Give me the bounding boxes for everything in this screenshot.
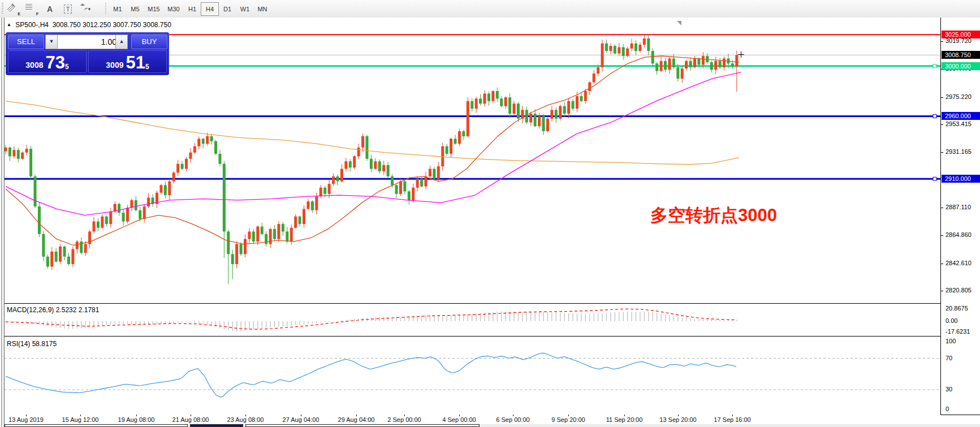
candle-body bbox=[164, 185, 167, 195]
candle-body bbox=[357, 148, 360, 157]
arrows-dropdown-icon[interactable]: ▼ bbox=[79, 2, 100, 16]
timeframe-button-D1[interactable]: D1 bbox=[218, 2, 236, 16]
candle-body bbox=[235, 244, 238, 264]
date-label: 4 Sep 00:00 bbox=[442, 416, 476, 423]
candle-body bbox=[567, 101, 570, 114]
date-label: 23 Aug 08:00 bbox=[227, 416, 264, 423]
price-axis[interactable]: 3019.7202997.4702975.2202953.4152931.165… bbox=[940, 18, 980, 415]
line-handle[interactable] bbox=[933, 177, 936, 180]
candle-body bbox=[395, 185, 398, 194]
line-handle[interactable] bbox=[933, 64, 936, 68]
date-label: 21 Aug 08:00 bbox=[172, 416, 209, 423]
candle-body bbox=[425, 176, 428, 187]
buy-price-small: 3009 bbox=[106, 59, 123, 71]
candle-body bbox=[344, 161, 347, 169]
price-tick-label: 2842.610 bbox=[946, 260, 972, 266]
candle-body bbox=[693, 58, 696, 67]
candle-body bbox=[664, 61, 667, 70]
candle-body bbox=[446, 146, 448, 154]
date-label: 13 Aug 2019 bbox=[8, 416, 44, 423]
candle-body bbox=[34, 176, 37, 206]
candle-body bbox=[197, 139, 200, 146]
text-box-icon[interactable]: T bbox=[60, 2, 76, 16]
rsi-pane[interactable]: RSI(14) 58.8175 bbox=[0, 338, 940, 413]
grid-properties-icon[interactable]: F bbox=[24, 2, 40, 16]
candle-body bbox=[109, 212, 112, 224]
candle-body bbox=[681, 68, 684, 79]
candle-body bbox=[231, 254, 234, 264]
crosshair-draw-icon[interactable]: E bbox=[6, 2, 21, 16]
chart-shift-marker-icon[interactable] bbox=[677, 21, 681, 25]
candle-body bbox=[38, 206, 41, 234]
price-tick-label: 2820.805 bbox=[946, 287, 972, 294]
buy-button[interactable]: BUY bbox=[131, 34, 167, 49]
date-label: 6 Sep 00:00 bbox=[496, 416, 529, 423]
axis-tick-mark bbox=[941, 291, 943, 291]
rsi-indicator[interactable] bbox=[0, 338, 940, 413]
candle-body bbox=[513, 103, 516, 114]
candle-body bbox=[475, 98, 478, 109]
timeframe-button-M5[interactable]: M5 bbox=[126, 2, 144, 16]
timeframe-button-MN[interactable]: MN bbox=[253, 2, 271, 16]
candle-body bbox=[248, 231, 251, 239]
collapse-arrow-icon[interactable]: ▲ bbox=[7, 22, 11, 27]
candle-body bbox=[685, 61, 688, 68]
candle-body bbox=[252, 231, 255, 241]
one-click-trading-panel: SELL ▼ ▲ BUY 3008 73 5 3009 51 5 bbox=[6, 32, 169, 75]
date-label: 11 Sep 20:00 bbox=[606, 416, 643, 423]
candle-body bbox=[122, 213, 125, 222]
candle-body bbox=[323, 188, 326, 194]
date-label: 27 Aug 04:00 bbox=[283, 416, 320, 423]
price-line-badge: 2960.000 bbox=[942, 112, 980, 120]
candle-body bbox=[412, 188, 415, 200]
candle-body bbox=[555, 110, 558, 119]
candle-body bbox=[71, 249, 74, 264]
macd-pane[interactable]: MACD(12,26,9) 2.5232 2.1781 bbox=[0, 304, 940, 336]
candle-body bbox=[189, 153, 192, 159]
sell-price-quote[interactable]: 3008 73 5 bbox=[8, 50, 87, 73]
line-handle[interactable] bbox=[933, 114, 936, 118]
candle-body bbox=[538, 116, 541, 126]
candle-body bbox=[336, 176, 339, 182]
candle-body bbox=[206, 136, 209, 144]
candle-body bbox=[303, 209, 305, 224]
axis-tick-mark bbox=[941, 208, 943, 208]
sell-button[interactable]: SELL bbox=[8, 34, 44, 49]
candle-body bbox=[50, 252, 53, 267]
candle-body bbox=[643, 38, 646, 45]
timeframe-button-M30[interactable]: M30 bbox=[163, 2, 184, 16]
timeframe-button-H4[interactable]: H4 bbox=[201, 2, 219, 16]
candle-body bbox=[601, 44, 604, 67]
candle-body bbox=[483, 93, 486, 103]
volume-decrease-button[interactable]: ▼ bbox=[45, 34, 58, 49]
candle-body bbox=[429, 169, 431, 176]
crosshair-draw-icon bbox=[6, 2, 16, 12]
candle-body bbox=[12, 150, 15, 156]
candle-body bbox=[542, 116, 545, 131]
toolbar-drag-handle[interactable] bbox=[2, 3, 3, 15]
candle-body bbox=[218, 154, 221, 164]
macd-indicator[interactable] bbox=[0, 304, 940, 336]
volume-input[interactable] bbox=[57, 34, 120, 49]
text-label-icon[interactable]: A bbox=[42, 2, 58, 16]
candle-body bbox=[651, 51, 654, 63]
axis-tick-mark bbox=[941, 235, 943, 236]
volume-increase-button[interactable]: ▲ bbox=[115, 34, 128, 49]
candle-body bbox=[311, 201, 314, 210]
candle-body bbox=[101, 217, 103, 228]
timeframe-button-H1[interactable]: H1 bbox=[183, 2, 201, 16]
timeframe-button-W1[interactable]: W1 bbox=[236, 2, 254, 16]
candle-body bbox=[534, 114, 537, 126]
candle-body bbox=[433, 169, 435, 179]
candle-body bbox=[458, 131, 461, 144]
candle-body bbox=[114, 204, 116, 212]
buy-price-quote[interactable]: 3009 51 5 bbox=[88, 50, 167, 73]
timeframe-button-M15[interactable]: M15 bbox=[144, 2, 164, 16]
candle-body bbox=[450, 139, 452, 154]
ohlc-readout: 3008.750 3012.250 3007.750 3008.750 bbox=[53, 21, 171, 29]
current-price-badge: 3008.750 bbox=[942, 51, 980, 59]
date-axis[interactable]: 13 Aug 201915 Aug 12:0019 Aug 08:0021 Au… bbox=[0, 415, 940, 424]
candle-body bbox=[130, 200, 133, 208]
timeframe-button-M1[interactable]: M1 bbox=[109, 2, 127, 16]
candle-body bbox=[416, 179, 419, 188]
